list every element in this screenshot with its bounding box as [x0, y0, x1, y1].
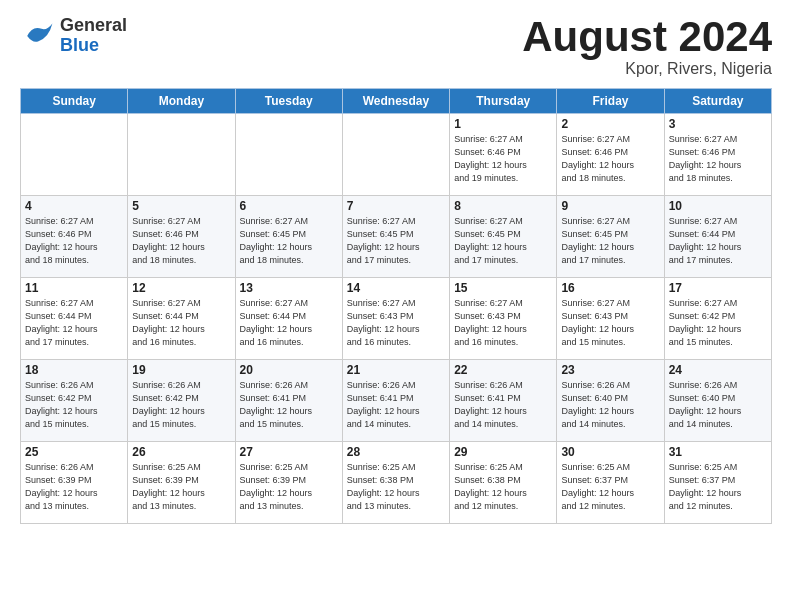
day-info: Sunrise: 6:27 AM Sunset: 6:46 PM Dayligh…: [561, 133, 659, 185]
calendar-cell: 17Sunrise: 6:27 AM Sunset: 6:42 PM Dayli…: [664, 278, 771, 360]
logo-text: General Blue: [60, 16, 127, 56]
weekday-header-thursday: Thursday: [450, 89, 557, 114]
day-info: Sunrise: 6:25 AM Sunset: 6:39 PM Dayligh…: [240, 461, 338, 513]
calendar-cell: [235, 114, 342, 196]
calendar-cell: 3Sunrise: 6:27 AM Sunset: 6:46 PM Daylig…: [664, 114, 771, 196]
calendar-cell: 7Sunrise: 6:27 AM Sunset: 6:45 PM Daylig…: [342, 196, 449, 278]
day-info: Sunrise: 6:27 AM Sunset: 6:43 PM Dayligh…: [347, 297, 445, 349]
title-month: August 2024: [522, 16, 772, 58]
calendar-cell: 29Sunrise: 6:25 AM Sunset: 6:38 PM Dayli…: [450, 442, 557, 524]
day-info: Sunrise: 6:27 AM Sunset: 6:44 PM Dayligh…: [669, 215, 767, 267]
logo-icon: [20, 18, 56, 54]
day-number: 10: [669, 199, 767, 213]
day-info: Sunrise: 6:26 AM Sunset: 6:41 PM Dayligh…: [454, 379, 552, 431]
day-number: 14: [347, 281, 445, 295]
calendar-table: SundayMondayTuesdayWednesdayThursdayFrid…: [20, 88, 772, 524]
calendar-cell: 16Sunrise: 6:27 AM Sunset: 6:43 PM Dayli…: [557, 278, 664, 360]
day-info: Sunrise: 6:27 AM Sunset: 6:43 PM Dayligh…: [561, 297, 659, 349]
day-info: Sunrise: 6:26 AM Sunset: 6:41 PM Dayligh…: [240, 379, 338, 431]
calendar-cell: [342, 114, 449, 196]
day-info: Sunrise: 6:25 AM Sunset: 6:37 PM Dayligh…: [669, 461, 767, 513]
weekday-header-friday: Friday: [557, 89, 664, 114]
day-info: Sunrise: 6:25 AM Sunset: 6:38 PM Dayligh…: [347, 461, 445, 513]
calendar-cell: 21Sunrise: 6:26 AM Sunset: 6:41 PM Dayli…: [342, 360, 449, 442]
day-number: 16: [561, 281, 659, 295]
day-number: 13: [240, 281, 338, 295]
calendar-cell: 1Sunrise: 6:27 AM Sunset: 6:46 PM Daylig…: [450, 114, 557, 196]
day-number: 31: [669, 445, 767, 459]
day-number: 30: [561, 445, 659, 459]
day-number: 28: [347, 445, 445, 459]
calendar-cell: 24Sunrise: 6:26 AM Sunset: 6:40 PM Dayli…: [664, 360, 771, 442]
day-number: 2: [561, 117, 659, 131]
calendar-cell: [128, 114, 235, 196]
day-info: Sunrise: 6:27 AM Sunset: 6:44 PM Dayligh…: [25, 297, 123, 349]
day-number: 12: [132, 281, 230, 295]
day-number: 21: [347, 363, 445, 377]
weekday-header-wednesday: Wednesday: [342, 89, 449, 114]
calendar-cell: 8Sunrise: 6:27 AM Sunset: 6:45 PM Daylig…: [450, 196, 557, 278]
day-number: 17: [669, 281, 767, 295]
day-info: Sunrise: 6:27 AM Sunset: 6:45 PM Dayligh…: [454, 215, 552, 267]
day-info: Sunrise: 6:27 AM Sunset: 6:46 PM Dayligh…: [454, 133, 552, 185]
day-number: 25: [25, 445, 123, 459]
day-number: 11: [25, 281, 123, 295]
calendar-cell: 30Sunrise: 6:25 AM Sunset: 6:37 PM Dayli…: [557, 442, 664, 524]
calendar-cell: 9Sunrise: 6:27 AM Sunset: 6:45 PM Daylig…: [557, 196, 664, 278]
day-number: 24: [669, 363, 767, 377]
logo-general: General: [60, 16, 127, 36]
week-row-4: 18Sunrise: 6:26 AM Sunset: 6:42 PM Dayli…: [21, 360, 772, 442]
day-info: Sunrise: 6:27 AM Sunset: 6:43 PM Dayligh…: [454, 297, 552, 349]
calendar-cell: 31Sunrise: 6:25 AM Sunset: 6:37 PM Dayli…: [664, 442, 771, 524]
day-info: Sunrise: 6:26 AM Sunset: 6:39 PM Dayligh…: [25, 461, 123, 513]
calendar-cell: 22Sunrise: 6:26 AM Sunset: 6:41 PM Dayli…: [450, 360, 557, 442]
title-location: Kpor, Rivers, Nigeria: [522, 60, 772, 78]
day-info: Sunrise: 6:25 AM Sunset: 6:38 PM Dayligh…: [454, 461, 552, 513]
week-row-2: 4Sunrise: 6:27 AM Sunset: 6:46 PM Daylig…: [21, 196, 772, 278]
day-number: 26: [132, 445, 230, 459]
calendar-cell: 5Sunrise: 6:27 AM Sunset: 6:46 PM Daylig…: [128, 196, 235, 278]
day-number: 3: [669, 117, 767, 131]
calendar-cell: 14Sunrise: 6:27 AM Sunset: 6:43 PM Dayli…: [342, 278, 449, 360]
calendar-cell: 11Sunrise: 6:27 AM Sunset: 6:44 PM Dayli…: [21, 278, 128, 360]
day-number: 20: [240, 363, 338, 377]
day-info: Sunrise: 6:25 AM Sunset: 6:39 PM Dayligh…: [132, 461, 230, 513]
day-info: Sunrise: 6:25 AM Sunset: 6:37 PM Dayligh…: [561, 461, 659, 513]
calendar-cell: 10Sunrise: 6:27 AM Sunset: 6:44 PM Dayli…: [664, 196, 771, 278]
week-row-5: 25Sunrise: 6:26 AM Sunset: 6:39 PM Dayli…: [21, 442, 772, 524]
calendar-cell: [21, 114, 128, 196]
weekday-header-saturday: Saturday: [664, 89, 771, 114]
day-number: 9: [561, 199, 659, 213]
day-number: 22: [454, 363, 552, 377]
day-info: Sunrise: 6:26 AM Sunset: 6:40 PM Dayligh…: [669, 379, 767, 431]
calendar-cell: 20Sunrise: 6:26 AM Sunset: 6:41 PM Dayli…: [235, 360, 342, 442]
day-info: Sunrise: 6:26 AM Sunset: 6:42 PM Dayligh…: [25, 379, 123, 431]
day-info: Sunrise: 6:27 AM Sunset: 6:44 PM Dayligh…: [240, 297, 338, 349]
logo: General Blue: [20, 16, 127, 56]
day-info: Sunrise: 6:26 AM Sunset: 6:42 PM Dayligh…: [132, 379, 230, 431]
day-info: Sunrise: 6:27 AM Sunset: 6:44 PM Dayligh…: [132, 297, 230, 349]
calendar-cell: 4Sunrise: 6:27 AM Sunset: 6:46 PM Daylig…: [21, 196, 128, 278]
title-block: August 2024 Kpor, Rivers, Nigeria: [522, 16, 772, 78]
day-info: Sunrise: 6:27 AM Sunset: 6:46 PM Dayligh…: [25, 215, 123, 267]
day-number: 18: [25, 363, 123, 377]
day-info: Sunrise: 6:27 AM Sunset: 6:45 PM Dayligh…: [347, 215, 445, 267]
calendar-cell: 12Sunrise: 6:27 AM Sunset: 6:44 PM Dayli…: [128, 278, 235, 360]
day-info: Sunrise: 6:27 AM Sunset: 6:42 PM Dayligh…: [669, 297, 767, 349]
page: General Blue August 2024 Kpor, Rivers, N…: [0, 0, 792, 612]
week-row-1: 1Sunrise: 6:27 AM Sunset: 6:46 PM Daylig…: [21, 114, 772, 196]
day-number: 8: [454, 199, 552, 213]
day-number: 29: [454, 445, 552, 459]
calendar-cell: 28Sunrise: 6:25 AM Sunset: 6:38 PM Dayli…: [342, 442, 449, 524]
weekday-header-row: SundayMondayTuesdayWednesdayThursdayFrid…: [21, 89, 772, 114]
day-number: 7: [347, 199, 445, 213]
day-number: 6: [240, 199, 338, 213]
weekday-header-tuesday: Tuesday: [235, 89, 342, 114]
calendar-cell: 18Sunrise: 6:26 AM Sunset: 6:42 PM Dayli…: [21, 360, 128, 442]
logo-blue: Blue: [60, 36, 127, 56]
calendar-cell: 6Sunrise: 6:27 AM Sunset: 6:45 PM Daylig…: [235, 196, 342, 278]
day-number: 23: [561, 363, 659, 377]
week-row-3: 11Sunrise: 6:27 AM Sunset: 6:44 PM Dayli…: [21, 278, 772, 360]
day-number: 5: [132, 199, 230, 213]
day-number: 19: [132, 363, 230, 377]
